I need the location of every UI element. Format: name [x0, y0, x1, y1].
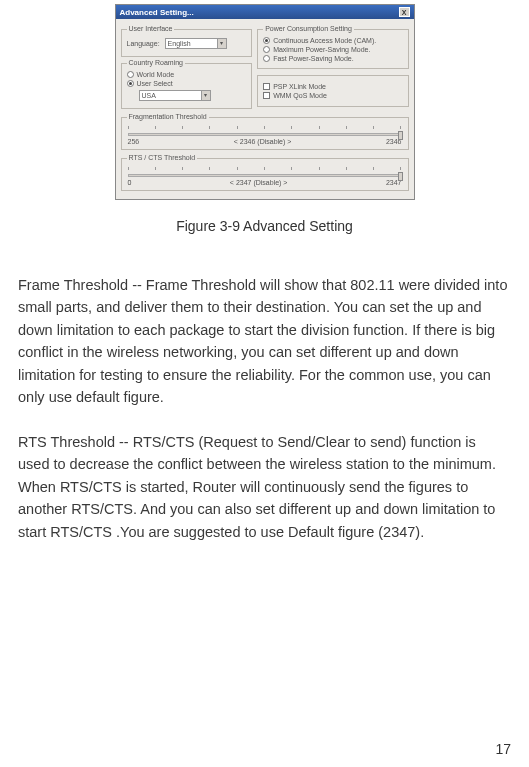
dialog-screenshot: Advanced Setting... X User Interface Lan…	[18, 4, 511, 200]
group-label: User Interface	[127, 25, 175, 32]
radio-icon	[127, 71, 134, 78]
advanced-setting-dialog: Advanced Setting... X User Interface Lan…	[115, 4, 415, 200]
document-page: Advanced Setting... X User Interface Lan…	[0, 4, 529, 767]
power-consumption-group: Power Consumption Setting Continuous Acc…	[257, 29, 408, 69]
figure-caption: Figure 3-9 Advanced Setting	[18, 218, 511, 234]
user-select-radio[interactable]: User Select	[127, 79, 247, 88]
checkbox-icon	[263, 92, 270, 99]
wmm-qos-checkbox[interactable]: WMM QoS Mode	[263, 91, 402, 100]
dialog-titlebar: Advanced Setting... X	[116, 5, 414, 19]
radio-icon	[263, 55, 270, 62]
language-select[interactable]: English ▾	[165, 38, 227, 49]
slider-min: 256	[128, 138, 140, 145]
paragraph-rts-threshold: RTS Threshold -- RTS/CTS (Request to Sen…	[18, 431, 511, 543]
radio-icon	[127, 80, 134, 87]
rts-slider[interactable]	[128, 174, 402, 177]
radio-label: World Mode	[137, 71, 175, 78]
page-number: 17	[495, 741, 511, 757]
paragraph-frame-threshold: Frame Threshold -- Frame Threshold will …	[18, 274, 511, 409]
radio-icon	[263, 46, 270, 53]
psp-xlink-checkbox[interactable]: PSP XLink Mode	[263, 82, 402, 91]
country-select[interactable]: USA ▾	[139, 90, 211, 101]
user-interface-group: User Interface Language: English ▾	[121, 29, 253, 57]
radio-label: Fast Power-Saving Mode.	[273, 55, 354, 62]
close-icon[interactable]: X	[399, 7, 410, 17]
slider-center: < 2347 (Disable) >	[230, 179, 288, 186]
country-value: USA	[142, 91, 156, 101]
fragmentation-slider[interactable]	[128, 133, 402, 136]
world-mode-radio[interactable]: World Mode	[127, 70, 247, 79]
checkbox-label: PSP XLink Mode	[273, 83, 326, 90]
checkbox-label: WMM QoS Mode	[273, 92, 327, 99]
chevron-down-icon: ▾	[201, 91, 210, 100]
country-roaming-group: Country Roaming World Mode User Select	[121, 63, 253, 109]
group-label: RTS / CTS Threshold	[127, 154, 198, 161]
dialog-body: User Interface Language: English ▾ Count…	[116, 19, 414, 199]
slider-min: 0	[128, 179, 132, 186]
body-text: Frame Threshold -- Frame Threshold will …	[18, 274, 511, 543]
cam-radio[interactable]: Continuous Access Mode (CAM).	[263, 36, 402, 45]
slider-thumb-icon[interactable]	[398, 172, 403, 181]
checkbox-icon	[263, 83, 270, 90]
group-label: Power Consumption Setting	[263, 25, 354, 32]
slider-center: < 2346 (Disable) >	[234, 138, 292, 145]
group-label: Country Roaming	[127, 59, 185, 66]
radio-label: User Select	[137, 80, 173, 87]
language-label: Language:	[127, 40, 160, 47]
fragmentation-threshold-group: Fragmentation Threshold 256 < 2346 (Disa…	[121, 117, 409, 150]
radio-icon	[263, 37, 270, 44]
chevron-down-icon: ▾	[217, 39, 226, 48]
group-label: Fragmentation Threshold	[127, 113, 209, 120]
dialog-title: Advanced Setting...	[120, 8, 194, 17]
modes-group: PSP XLink Mode WMM QoS Mode	[257, 75, 408, 107]
max-power-radio[interactable]: Maximum Power-Saving Mode.	[263, 45, 402, 54]
language-value: English	[168, 39, 191, 49]
slider-thumb-icon[interactable]	[398, 131, 403, 140]
radio-label: Maximum Power-Saving Mode.	[273, 46, 370, 53]
radio-label: Continuous Access Mode (CAM).	[273, 37, 376, 44]
fast-power-radio[interactable]: Fast Power-Saving Mode.	[263, 54, 402, 63]
rts-cts-threshold-group: RTS / CTS Threshold 0 < 2347 (Disable) >…	[121, 158, 409, 191]
